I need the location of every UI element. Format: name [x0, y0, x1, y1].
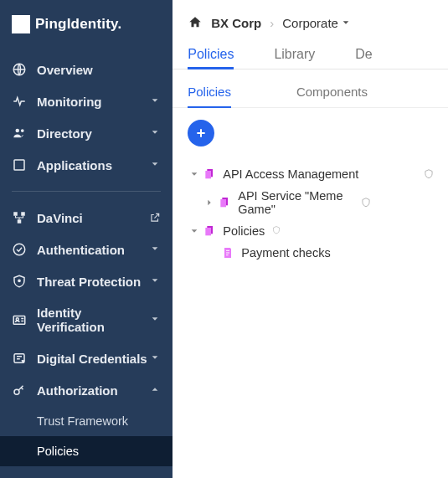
sidebar-subitem-trust-framework[interactable]: Trust Framework: [0, 406, 173, 436]
sidebar-subitem-policies[interactable]: Policies: [0, 436, 173, 466]
nav-label: Directory: [37, 126, 151, 141]
tab-policies[interactable]: Policies: [188, 40, 234, 69]
shield-star-icon: [12, 274, 27, 289]
users-icon: [12, 126, 27, 141]
sidebar-item-threat-protection[interactable]: Threat Protection: [0, 265, 173, 297]
external-link-icon: [149, 212, 161, 224]
svg-rect-4: [13, 212, 18, 216]
caret-down-icon[interactable]: [189, 226, 199, 236]
nav-label: DaVinci: [37, 211, 149, 225]
tree-label: Policies: [223, 224, 265, 238]
davinci-icon: [12, 210, 27, 225]
sidebar-item-applications[interactable]: Applications: [0, 149, 173, 181]
chevron-down-icon: [151, 315, 161, 325]
sidebar-item-monitoring[interactable]: Monitoring: [0, 85, 173, 117]
nav-label: Digital Credentials: [37, 352, 151, 366]
subtab-components[interactable]: Components: [296, 80, 368, 107]
sidebar-item-davinci[interactable]: DaVinci: [0, 202, 173, 234]
tree-label: Payment checks: [241, 246, 435, 260]
svg-point-1: [16, 129, 20, 133]
tree-item-payment-checks[interactable]: Payment checks: [184, 242, 436, 264]
document-icon: [221, 246, 234, 260]
tab-label: Policies: [188, 47, 234, 61]
nav-divider: [12, 191, 161, 192]
tree-item-policies[interactable]: Policies: [184, 220, 436, 242]
svg-rect-9: [13, 316, 25, 325]
nav-label: Applications: [37, 158, 151, 172]
crumb-corporate[interactable]: Corporate: [282, 16, 350, 30]
tabs: Policies Library De: [173, 40, 448, 69]
nav-label: Authentication: [37, 243, 151, 257]
sidebar-item-overview[interactable]: Overview: [0, 54, 173, 85]
tree-item-api-access-management[interactable]: API Access Management: [184, 163, 436, 185]
pulse-icon: [12, 94, 27, 109]
chevron-down-icon: [151, 244, 161, 254]
nav-label: Threat Protection: [37, 275, 151, 289]
shield-icon: [423, 168, 435, 180]
svg-rect-6: [18, 219, 22, 224]
breadcrumb: BX Corp › Corporate: [173, 0, 448, 40]
nav-primary: Overview Monitoring Directory Applica: [0, 49, 173, 186]
main-content: BX Corp › Corporate Policies Library De …: [173, 0, 448, 478]
subtab-policies[interactable]: Policies: [188, 80, 231, 107]
chevron-down-icon: [151, 276, 161, 286]
brand-logo: [12, 15, 30, 33]
chevron-up-icon: [151, 385, 161, 395]
sidebar-item-authentication[interactable]: Authentication: [0, 234, 173, 265]
sub-label: Policies: [37, 445, 79, 458]
nav-label: Monitoring: [37, 95, 151, 109]
brand-text: PingIdentity.: [35, 16, 121, 33]
tree-item-api-service-meme-game[interactable]: API Service "Meme Game": [184, 185, 436, 220]
tab-label: Library: [274, 47, 315, 61]
shield-icon: [360, 197, 372, 208]
tab-de[interactable]: De: [355, 40, 372, 69]
subtabs: Policies Components: [173, 69, 448, 108]
brand: PingIdentity.: [0, 0, 173, 49]
chevron-down-icon: [151, 353, 161, 363]
add-button[interactable]: [188, 120, 214, 146]
svg-point-7: [13, 244, 25, 255]
nav-label: Authorization: [37, 383, 151, 398]
svg-point-10: [16, 318, 18, 321]
nav-label: Overview: [37, 63, 161, 77]
caret-down-icon[interactable]: [189, 169, 199, 179]
sidebar: PingIdentity. Overview Monitoring Direct…: [0, 0, 173, 478]
globe-icon: [12, 62, 27, 77]
sidebar-item-identity-verification[interactable]: Identity Verification: [0, 297, 173, 342]
chevron-down-icon: [151, 128, 161, 138]
shield-icon: [271, 225, 283, 237]
nav-secondary: DaVinci Authentication Threat Protection: [0, 197, 173, 471]
sidebar-item-digital-credentials[interactable]: Digital Credentials: [0, 342, 173, 374]
sidebar-item-authorization[interactable]: Authorization: [0, 374, 173, 406]
sub-label: Trust Framework: [37, 414, 128, 428]
svg-point-2: [21, 129, 24, 132]
svg-rect-3: [14, 160, 24, 170]
crumb-label: Corporate: [282, 16, 338, 30]
nav-label: Identity Verification: [37, 306, 151, 334]
crumb-bxcorp[interactable]: BX Corp: [211, 16, 261, 30]
id-card-icon: [12, 312, 27, 327]
document-icon: [203, 167, 216, 181]
key-icon: [12, 383, 27, 398]
tab-library[interactable]: Library: [274, 40, 315, 69]
svg-point-8: [18, 280, 20, 281]
tree-label: API Service "Meme Game": [238, 189, 355, 216]
check-circle-icon: [12, 242, 27, 257]
crumb-separator: ›: [270, 16, 274, 30]
chevron-down-icon: [342, 18, 350, 27]
subtab-label: Components: [296, 85, 368, 99]
document-icon: [203, 224, 216, 238]
sidebar-item-directory[interactable]: Directory: [0, 117, 173, 149]
chevron-down-icon: [151, 96, 161, 106]
caret-right-icon[interactable]: [204, 198, 214, 208]
tree-area: API Access Management API Service "Meme …: [173, 108, 448, 275]
tab-label: De: [355, 47, 372, 61]
subtab-label: Policies: [188, 85, 231, 99]
document-icon: [218, 196, 231, 209]
tree-label: API Access Management: [223, 167, 418, 181]
svg-point-12: [14, 389, 19, 394]
chevron-down-icon: [151, 160, 161, 170]
square-icon: [12, 157, 27, 172]
badge-icon: [12, 351, 27, 366]
svg-rect-5: [21, 212, 25, 216]
